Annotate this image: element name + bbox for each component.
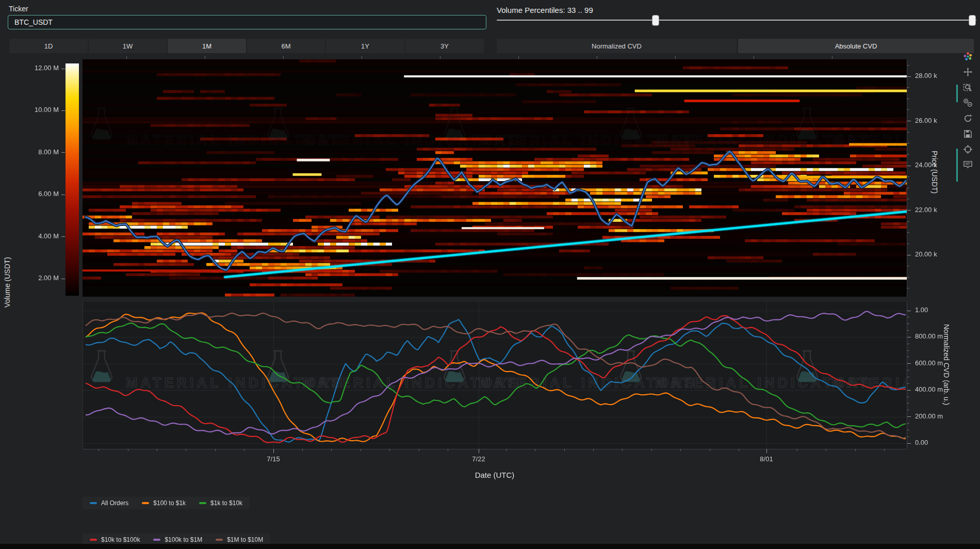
- legend-item[interactable]: $100 to $1k: [142, 499, 186, 507]
- date-minor-tick: [361, 449, 361, 451]
- heatmap-top-tick: [126, 56, 127, 59]
- volume-tick-label: 12.00 M: [20, 64, 59, 72]
- date-tick: [766, 449, 767, 453]
- timeframe-button-1w[interactable]: 1W: [89, 39, 167, 53]
- modebar-active-indicator: [956, 149, 958, 182]
- price-tick-label: 26.00 k: [915, 117, 937, 124]
- legend-swatch: [90, 539, 97, 541]
- timeframe-button-6m[interactable]: 6M: [247, 39, 325, 53]
- date-minor-tick: [884, 449, 885, 451]
- pan-icon[interactable]: [963, 67, 973, 77]
- cvd-minor-tick: [907, 410, 909, 410]
- box-zoom-icon[interactable]: [963, 83, 973, 92]
- zoom-in-out-icon[interactable]: [963, 98, 973, 108]
- timeframe-button-1d[interactable]: 1D: [9, 39, 88, 53]
- date-minor-tick: [128, 449, 128, 451]
- cvd-minor-tick: [907, 344, 909, 344]
- date-minor-tick: [448, 449, 448, 451]
- modebar-active-indicator: [956, 85, 958, 102]
- volume-tick-label: 8.00 M: [20, 148, 59, 156]
- price-minor-tick: [907, 221, 909, 222]
- volume-colorbar: [66, 63, 79, 296]
- material-indicators-watermark: MATERIAL INDICATORS: [263, 106, 521, 149]
- volume-percentiles-high-thumb[interactable]: [969, 15, 976, 26]
- legend-swatch: [216, 539, 223, 541]
- material-indicators-watermark: MATERIAL INDICATORS: [439, 106, 697, 149]
- price-minor-tick: [907, 132, 909, 133]
- volume-tick: [61, 279, 65, 279]
- price-tick: [907, 121, 911, 121]
- price-minor-tick: [907, 87, 909, 88]
- price-minor-tick: [907, 266, 909, 266]
- material-indicators-watermark: MATERIAL INDICATORS: [792, 348, 907, 391]
- price-minor-tick: [907, 65, 909, 66]
- cvd-tick-label: 800.00 m: [915, 332, 943, 340]
- volume-tick: [61, 69, 65, 69]
- heatmap-top-tick: [518, 56, 519, 59]
- cvd-tick: [907, 337, 911, 337]
- legend-label: $1M to $10M: [227, 536, 263, 543]
- heatmap-top-tick: [283, 56, 284, 59]
- material-indicators-watermark: MATERIAL INDICATORS: [263, 348, 521, 391]
- timeframe-button-1m[interactable]: 1M: [168, 39, 246, 53]
- legend-item[interactable]: $100k to $1M: [153, 536, 202, 543]
- price-axis-title: Price (USDT): [930, 151, 939, 193]
- cvd-minor-tick: [907, 357, 909, 357]
- legend-label: $1k to $10k: [210, 499, 242, 507]
- price-tick: [907, 76, 911, 77]
- date-minor-tick: [680, 449, 681, 451]
- price-minor-tick: [907, 154, 909, 155]
- material-indicators-watermark: MATERIAL INDICATORS: [792, 106, 907, 149]
- reset-axes-icon[interactable]: [963, 114, 973, 123]
- plotly-logo-icon[interactable]: [963, 52, 973, 61]
- material-indicators-watermark: MATERIAL INDICATORS: [439, 348, 697, 391]
- cvd-minor-tick: [907, 430, 909, 430]
- date-minor-tick: [739, 449, 739, 451]
- price-tick-label: 22.00 k: [915, 206, 937, 214]
- legend-item[interactable]: $1M to $10M: [216, 536, 263, 543]
- price-tick: [907, 166, 911, 166]
- price-minor-tick: [907, 99, 909, 99]
- timeframe-button-3y[interactable]: 3Y: [405, 39, 484, 53]
- absolute-cvd-button[interactable]: Absolute CVD: [738, 39, 974, 53]
- date-minor-tick: [331, 449, 332, 451]
- volume-tick-label: 2.00 M: [20, 274, 59, 282]
- date-minor-tick: [186, 449, 186, 451]
- date-tick-label: 7/15: [263, 455, 284, 463]
- heatmap-top-tick: [832, 56, 832, 59]
- volume-percentiles-low-thumb[interactable]: [652, 15, 659, 26]
- firecharts-app: Ticker Volume Percentiles: 33 .. 99 1D 1…: [0, 0, 980, 549]
- volume-percentiles-slider-track[interactable]: [497, 20, 976, 21]
- bottom-bar: [0, 544, 980, 549]
- tooltip-icon[interactable]: [963, 160, 973, 170]
- normalized-cvd-button[interactable]: Normalized CVD: [497, 39, 737, 53]
- date-minor-tick: [826, 449, 826, 451]
- legend-item[interactable]: $1k to $10k: [199, 499, 242, 507]
- date-minor-tick: [593, 449, 594, 451]
- heatmap-plot[interactable]: MATERIAL INDICATORSMATERIAL INDICATORSMA…: [83, 59, 907, 297]
- legend-swatch: [90, 502, 97, 504]
- date-minor-tick: [506, 449, 507, 451]
- legend-item[interactable]: $10k to $100k: [90, 536, 140, 543]
- legend-label: $100 to $1k: [153, 499, 186, 507]
- price-tick-label: 20.00 k: [915, 250, 937, 258]
- date-minor-tick: [622, 449, 623, 451]
- legend-item[interactable]: All Orders: [90, 499, 128, 507]
- timeframe-button-1y[interactable]: 1Y: [326, 39, 404, 53]
- cvd-tick: [907, 443, 911, 444]
- ticker-input[interactable]: [8, 15, 486, 29]
- price-tick-label: 28.00 k: [915, 72, 937, 79]
- ticker-label: Ticker: [9, 5, 28, 13]
- price-minor-tick: [907, 277, 909, 278]
- price-minor-tick: [907, 143, 909, 143]
- price-tick-label: 24.00 k: [915, 161, 937, 169]
- cvd-minor-tick: [907, 437, 909, 437]
- cvd-axis-title: Normalized CVD (arb. u.): [942, 324, 951, 405]
- cvd-tick: [907, 390, 911, 391]
- save-image-icon[interactable]: [963, 129, 973, 139]
- material-indicators-watermark: MATERIAL INDICATORS: [87, 106, 345, 149]
- crosshair-icon[interactable]: [963, 144, 973, 154]
- cvd-minor-tick: [907, 317, 909, 317]
- cvd-tick-label: 1.00: [915, 306, 928, 314]
- heatmap-top-tick: [362, 56, 362, 59]
